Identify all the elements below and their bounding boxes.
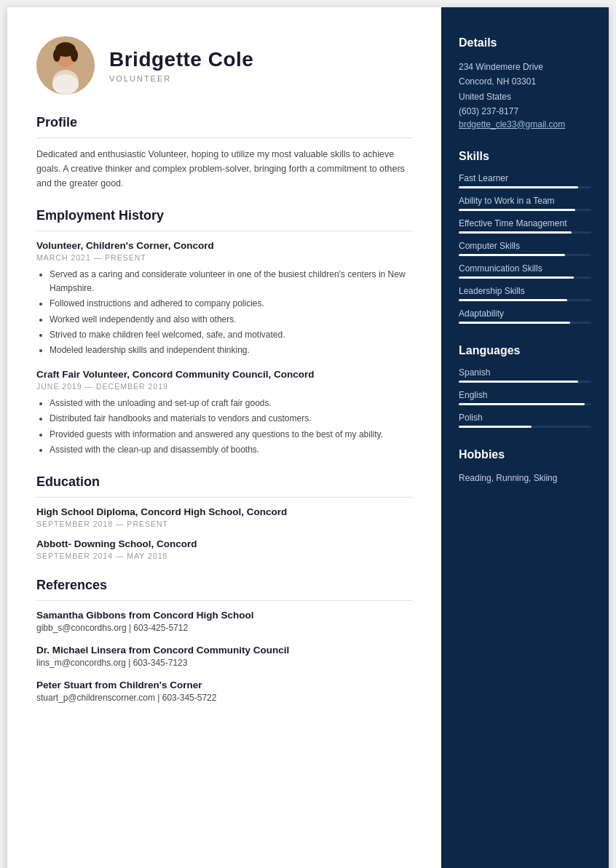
skill-item: Effective Time Management [459, 218, 591, 234]
skill-bar-bg [459, 231, 591, 234]
profile-text: Dedicated and enthusiastic Volunteer, ho… [36, 147, 412, 191]
skill-bar-fill [459, 209, 575, 211]
skill-name: Leadership Skills [459, 286, 591, 296]
skill-bar-fill [459, 299, 567, 301]
skill-bar-bg [459, 322, 591, 324]
ref-item-1: Samantha Gibbons from Concord High Schoo… [36, 610, 412, 633]
job-title-1: Volunteer, Children's Corner, Concord [36, 240, 412, 251]
skill-bar-bg [459, 254, 591, 256]
skill-item: Adaptability [459, 308, 591, 324]
skill-bar-bg [459, 186, 591, 188]
skill-item: Computer Skills [459, 241, 591, 256]
language-bar-fill [459, 403, 585, 405]
address-line1: 234 Windemere Drive [459, 60, 591, 74]
list-item: Followed instructions and adhered to com… [50, 297, 412, 311]
hobbies-section: Hobbies Reading, Running, Skiing [459, 448, 591, 485]
header: Bridgette Cole VOLUNTEER [36, 36, 412, 95]
list-item: Worked well independently and also with … [50, 313, 412, 327]
edu-title-2: Abbott- Downing School, Concord [36, 538, 412, 549]
skill-bar-fill [459, 231, 572, 234]
list-item: Assisted with the unloading and set-up o… [50, 397, 412, 410]
language-name: English [459, 390, 591, 400]
language-item: Spanish [459, 367, 591, 383]
email: brdgette_cle33@gmail.com [459, 119, 591, 130]
references-title: References [36, 578, 412, 593]
skill-name: Communication Skills [459, 263, 591, 274]
languages-section: Languages Spanish English Polish [459, 344, 591, 428]
language-name: Spanish [459, 367, 591, 378]
ref-item-2: Dr. Michael Linsera from Concord Communi… [36, 645, 412, 668]
left-panel: Bridgette Cole VOLUNTEER Profile Dedicat… [7, 7, 441, 868]
person-title: VOLUNTEER [109, 74, 253, 83]
language-bar-bg [459, 403, 591, 405]
employment-section: Employment History Volunteer, Children's… [36, 208, 412, 457]
skill-bar-fill [459, 186, 578, 188]
ref-name-1: Samantha Gibbons from Concord High Schoo… [36, 610, 412, 621]
skill-name: Fast Learner [459, 173, 591, 183]
skill-bar-bg [459, 299, 591, 301]
skill-bar-bg [459, 276, 591, 279]
svg-point-3 [53, 49, 60, 62]
country: United States [459, 89, 591, 104]
employment-divider [36, 231, 412, 231]
skill-item: Leadership Skills [459, 286, 591, 301]
language-bar-bg [459, 426, 591, 428]
skills-title: Skills [459, 150, 591, 163]
skill-bar-fill [459, 254, 565, 256]
skills-section: Skills Fast Learner Ability to Work in a… [459, 150, 591, 324]
skill-bar-bg [459, 209, 591, 211]
education-section: Education High School Diploma, Concord H… [36, 474, 412, 560]
job-date-1: MARCH 2021 — PRESENT [36, 253, 412, 262]
profile-divider [36, 138, 412, 138]
avatar [36, 36, 95, 95]
address-line2: Concord, NH 03301 [459, 74, 591, 89]
hobbies-text: Reading, Running, Skiing [459, 471, 591, 485]
ref-contact-2: lins_m@concordhs.org | 603-345-7123 [36, 658, 412, 668]
job-bullets-1: Served as a caring and considerate volun… [50, 268, 412, 357]
ref-name-2: Dr. Michael Linsera from Concord Communi… [36, 645, 412, 656]
ref-contact-3: stuart_p@childrenscorner.com | 603-345-5… [36, 693, 412, 703]
languages-list: Spanish English Polish [459, 367, 591, 428]
skill-name: Adaptability [459, 308, 591, 319]
language-bar-fill [459, 381, 578, 383]
phone: (603) 237-8177 [459, 104, 591, 119]
education-title: Education [36, 474, 412, 490]
skill-item: Communication Skills [459, 263, 591, 279]
edu-title-1: High School Diploma, Concord High School… [36, 506, 412, 517]
language-item: English [459, 390, 591, 405]
languages-title: Languages [459, 344, 591, 357]
skill-name: Ability to Work in a Team [459, 196, 591, 206]
details-section: Details 234 Windemere Drive Concord, NH … [459, 36, 591, 130]
list-item: Provided guests with information and ans… [50, 428, 412, 442]
svg-point-4 [71, 49, 78, 62]
language-item: Polish [459, 413, 591, 428]
language-bar-bg [459, 381, 591, 383]
header-info: Bridgette Cole VOLUNTEER [109, 48, 253, 83]
language-bar-fill [459, 426, 532, 428]
person-name: Bridgette Cole [109, 48, 253, 71]
hobbies-title: Hobbies [459, 448, 591, 461]
ref-item-3: Peter Stuart from Children's Corner stua… [36, 680, 412, 703]
skill-bar-fill [459, 322, 570, 324]
skill-bar-fill [459, 276, 574, 279]
job-title-2: Craft Fair Volunteer, Concord Community … [36, 369, 412, 380]
edu-date-2: SEPTEMBER 2014 — MAY 2018 [36, 552, 412, 560]
svg-point-6 [52, 74, 79, 95]
profile-section: Profile Dedicated and enthusiastic Volun… [36, 115, 412, 191]
skill-item: Ability to Work in a Team [459, 196, 591, 211]
job-date-2: JUNE 2019 — DECEMBER 2019 [36, 382, 412, 391]
skill-name: Effective Time Management [459, 218, 591, 228]
skills-list: Fast Learner Ability to Work in a Team E… [459, 173, 591, 324]
list-item: Served as a caring and considerate volun… [50, 268, 412, 295]
resume: Bridgette Cole VOLUNTEER Profile Dedicat… [7, 7, 609, 868]
ref-name-3: Peter Stuart from Children's Corner [36, 680, 412, 690]
references-section: References Samantha Gibbons from Concord… [36, 578, 412, 703]
edu-date-1: SEPTEMBER 2018 — PRESENT [36, 519, 412, 528]
employment-title: Employment History [36, 208, 412, 223]
list-item: Assisted with the clean-up and disassemb… [50, 443, 412, 457]
list-item: Distributed fair handbooks and materials… [50, 412, 412, 426]
list-item: Strived to make children feel welcomed, … [50, 328, 412, 342]
skill-item: Fast Learner [459, 173, 591, 188]
references-divider [36, 600, 412, 601]
job-bullets-2: Assisted with the unloading and set-up o… [50, 397, 412, 457]
